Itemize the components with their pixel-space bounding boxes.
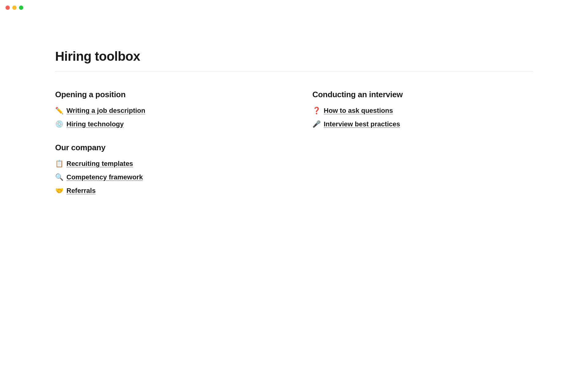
section-heading-company: Our company bbox=[55, 143, 276, 152]
list-item: 💿 Hiring technology bbox=[55, 120, 276, 128]
list-item: ❓ How to ask questions bbox=[312, 107, 533, 115]
list-item: ✏️ Writing a job description bbox=[55, 107, 276, 115]
divider bbox=[55, 71, 533, 71]
disc-icon: 💿 bbox=[55, 121, 63, 128]
question-icon: ❓ bbox=[312, 107, 321, 114]
main-content: Hiring toolbox Opening a position ✏️ Wri… bbox=[55, 49, 533, 209]
page-title: Hiring toolbox bbox=[55, 49, 533, 64]
recruiting-templates-link[interactable]: Recruiting templates bbox=[66, 160, 133, 168]
close-button[interactable] bbox=[6, 6, 10, 10]
left-column: Opening a position ✏️ Writing a job desc… bbox=[55, 90, 300, 209]
how-to-ask-questions-link[interactable]: How to ask questions bbox=[324, 107, 393, 115]
list-item: 🔍 Competency framework bbox=[55, 173, 276, 181]
referrals-link[interactable]: Referrals bbox=[66, 187, 96, 195]
handshake-icon: 🤝 bbox=[55, 187, 63, 194]
interview-best-practices-link[interactable]: Interview best practices bbox=[324, 120, 400, 128]
right-column: Conducting an interview ❓ How to ask que… bbox=[300, 90, 533, 209]
interview-list: ❓ How to ask questions 🎤 Interview best … bbox=[312, 107, 533, 128]
opening-list: ✏️ Writing a job description 💿 Hiring te… bbox=[55, 107, 276, 128]
writing-job-description-link[interactable]: Writing a job description bbox=[66, 107, 145, 115]
magnifier-icon: 🔍 bbox=[55, 174, 63, 181]
section-heading-interview: Conducting an interview bbox=[312, 90, 533, 99]
section-heading-opening: Opening a position bbox=[55, 90, 276, 99]
maximize-button[interactable] bbox=[19, 6, 23, 10]
list-item: 📋 Recruiting templates bbox=[55, 160, 276, 168]
competency-framework-link[interactable]: Competency framework bbox=[66, 173, 143, 181]
columns-container: Opening a position ✏️ Writing a job desc… bbox=[55, 90, 533, 209]
clipboard-icon: 📋 bbox=[55, 160, 63, 167]
minimize-button[interactable] bbox=[12, 6, 17, 10]
company-list: 📋 Recruiting templates 🔍 Competency fram… bbox=[55, 160, 276, 195]
hiring-technology-link[interactable]: Hiring technology bbox=[66, 120, 124, 128]
list-item: 🎤 Interview best practices bbox=[312, 120, 533, 128]
pencil-icon: ✏️ bbox=[55, 107, 63, 114]
traffic-lights bbox=[6, 6, 23, 10]
list-item: 🤝 Referrals bbox=[55, 187, 276, 195]
microphone-icon: 🎤 bbox=[312, 121, 321, 128]
